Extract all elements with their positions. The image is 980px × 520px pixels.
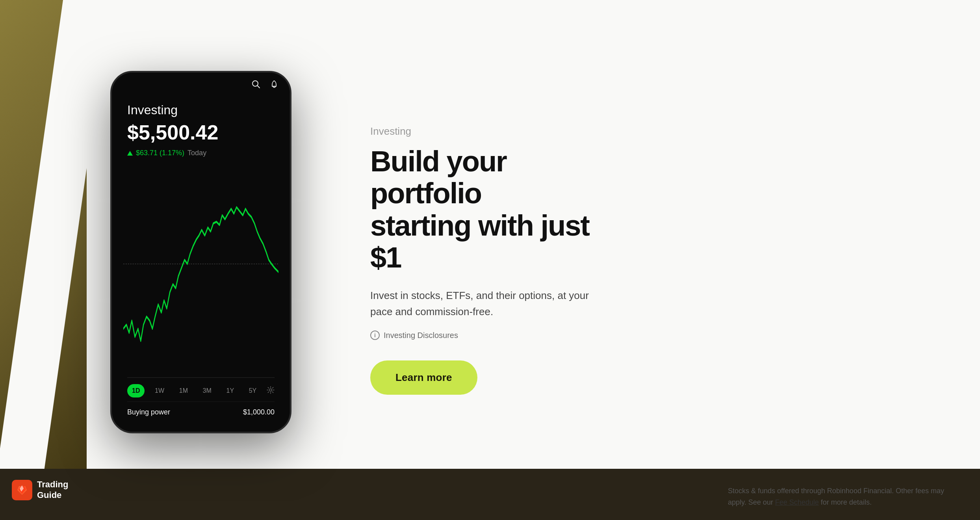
phone-app-title: Investing	[127, 103, 275, 117]
time-btn-5y[interactable]: 5Y	[244, 384, 262, 397]
phone-portfolio-amount: $5,500.42	[127, 121, 275, 144]
search-icon[interactable]	[252, 80, 260, 91]
time-btn-1m[interactable]: 1M	[174, 384, 193, 397]
logo-text: Trading Guide	[37, 479, 68, 500]
learn-more-button[interactable]: Learn more	[370, 360, 477, 395]
time-btn-3m[interactable]: 3M	[198, 384, 216, 397]
bottom-disclaimer: Stocks & funds offered through Robinhood…	[728, 485, 948, 508]
phone-content: Investing $5,500.42 $63.71 (1.17%) Today	[111, 95, 290, 432]
section-category-label: Investing	[370, 125, 622, 137]
right-section: Investing Build your portfolio starting …	[339, 94, 670, 426]
phone-mockup: Investing $5,500.42 $63.71 (1.17%) Today	[110, 71, 291, 433]
main-container: Investing $5,500.42 $63.71 (1.17%) Today	[0, 0, 980, 520]
logo: Trading Guide	[12, 479, 68, 500]
time-period-selector: 1D 1W 1M 3M 1Y 5Y	[127, 377, 275, 401]
time-btn-1d[interactable]: 1D	[127, 384, 145, 397]
svg-point-6	[269, 389, 272, 391]
buying-power-label: Buying power	[127, 408, 170, 416]
section-description: Invest in stocks, ETFs, and their option…	[370, 288, 591, 319]
info-icon: i	[370, 331, 380, 340]
up-arrow-icon	[127, 151, 133, 156]
fee-schedule-link[interactable]: Fee Schedule	[775, 498, 819, 506]
phone-top-bar	[111, 72, 290, 95]
disclosures-row: i Investing Disclosures	[370, 331, 622, 340]
buying-power-row: Buying power $1,000.00	[127, 401, 275, 420]
time-btn-1y[interactable]: 1Y	[221, 384, 239, 397]
section-headline: Build your portfolio starting with just …	[370, 145, 622, 274]
svg-line-4	[257, 85, 260, 88]
phone-section: Investing $5,500.42 $63.71 (1.17%) Today	[0, 0, 339, 520]
chart-settings-icon[interactable]	[267, 386, 275, 396]
disclaimer-text: Stocks & funds offered through Robinhood…	[728, 485, 948, 508]
notification-icon[interactable]	[270, 80, 278, 91]
time-btn-1w[interactable]: 1W	[150, 384, 169, 397]
disclosures-label[interactable]: Investing Disclosures	[384, 331, 458, 340]
phone-change-row: $63.71 (1.17%) Today	[127, 149, 275, 157]
phone-change-value: $63.71 (1.17%)	[136, 149, 184, 157]
phone-change-period: Today	[187, 149, 206, 157]
buying-power-value: $1,000.00	[243, 408, 275, 416]
logo-icon	[12, 480, 32, 500]
stock-chart	[123, 167, 278, 377]
